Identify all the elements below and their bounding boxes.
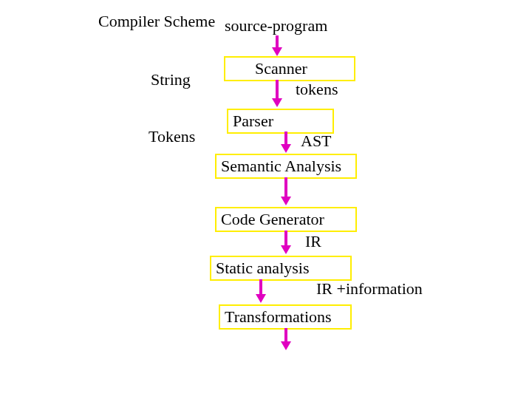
input-label: source-program (225, 16, 327, 35)
edge-label-ast: AST (301, 132, 332, 151)
arrow-transform-out (281, 328, 291, 350)
arrow-scanner-to-parser (272, 80, 282, 107)
stage-static-analysis: Static analysis (210, 256, 352, 281)
arrow-static-to-transform (256, 279, 266, 303)
stage-parser: Parser (227, 109, 334, 134)
arrow-codegen-to-static (281, 231, 291, 254)
arrow-semantic-to-codegen (281, 177, 291, 205)
stage-transformations: Transformations (219, 304, 352, 330)
edge-label-ir: IR (305, 232, 321, 251)
side-label-tokens: Tokens (149, 127, 195, 146)
stage-scanner: Scanner (224, 56, 355, 81)
edge-label-tokens: tokens (296, 80, 338, 99)
arrow-source-to-scanner (272, 35, 282, 56)
stage-code-generator: Code Generator (215, 207, 357, 232)
arrow-parser-to-semantic (281, 132, 291, 153)
side-label-string: String (151, 70, 191, 89)
diagram-title: Compiler Scheme (98, 12, 215, 31)
stage-semantic-analysis: Semantic Analysis (215, 154, 357, 179)
edge-label-ir-info: IR +information (316, 279, 423, 299)
